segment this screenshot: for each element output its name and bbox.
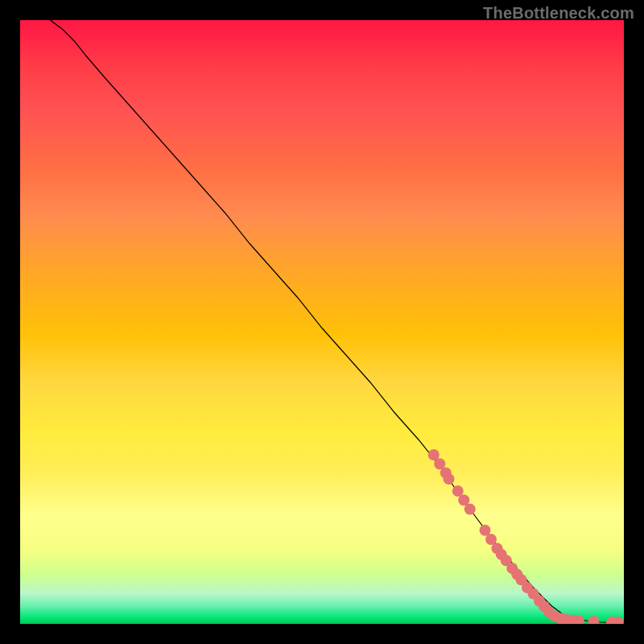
scatter-point	[444, 473, 455, 485]
chart-stage: TheBottleneck.com	[0, 0, 644, 644]
curve-line	[51, 20, 625, 623]
scatter-point	[588, 616, 600, 624]
watermark-label: TheBottleneck.com	[483, 4, 634, 23]
chart-svg	[20, 20, 624, 624]
scatter-point	[464, 504, 476, 515]
scatter-points	[428, 449, 624, 624]
